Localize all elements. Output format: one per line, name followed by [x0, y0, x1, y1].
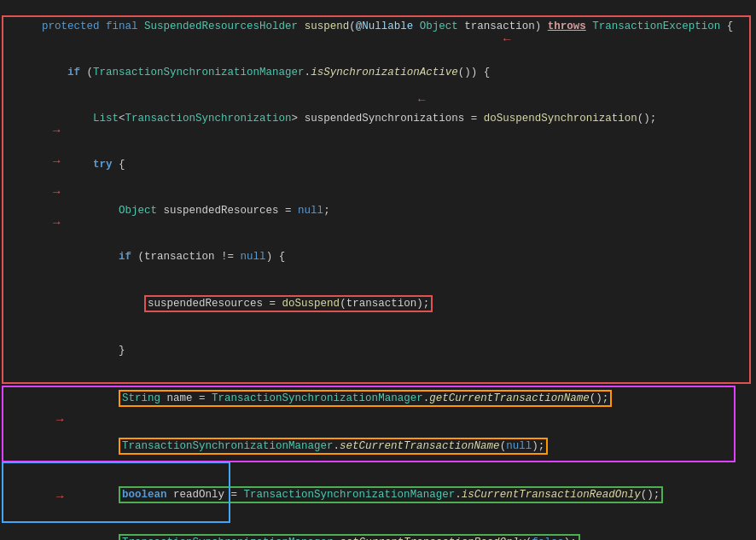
- line-4: try {: [0, 142, 756, 188]
- code-line: if (transaction != null) {: [3, 234, 285, 280]
- line-1: protected final SuspendedResourcesHolder…: [0, 3, 756, 49]
- line-10: TransactionSynchronizationManager.setCur…: [0, 422, 756, 470]
- code-line: List<TransactionSynchronization> suspend…: [3, 96, 656, 142]
- code-line: try {: [3, 142, 125, 188]
- line-7: suspendedResources = doSuspend(transacti…: [0, 280, 756, 328]
- arrow-line11: →: [53, 154, 60, 168]
- line-6: if (transaction != null) {: [0, 234, 756, 280]
- line-11: boolean readOnly = TransactionSynchroniz…: [0, 471, 756, 519]
- arrow-line13: →: [53, 185, 60, 199]
- line-9: String name = TransactionSynchronization…: [0, 375, 756, 422]
- line-12: TransactionSynchronizationManager.setCur…: [0, 519, 756, 540]
- arrow-line28: →: [56, 413, 63, 427]
- code-line: TransactionSynchronizationManager.setCur…: [3, 422, 548, 470]
- arrow-line15: →: [53, 216, 60, 229]
- code-line: suspendedResources = doSuspend(transacti…: [3, 280, 433, 328]
- code-line: if (TransactionSynchronizationManager.is…: [3, 49, 490, 96]
- arrow-line9: →: [53, 124, 60, 137]
- code-line: TransactionSynchronizationManager.setCur…: [3, 519, 580, 540]
- arrow-line7: ←: [418, 93, 425, 107]
- code-line: boolean readOnly = TransactionSynchroniz…: [3, 471, 663, 519]
- line-8: }: [0, 328, 756, 374]
- code-line: protected final SuspendedResourcesHolder…: [3, 3, 733, 49]
- code-view: protected final SuspendedResourcesHolder…: [0, 0, 756, 540]
- line-3: List<TransactionSynchronization> suspend…: [0, 96, 756, 142]
- line-2: if (TransactionSynchronizationManager.is…: [0, 49, 756, 96]
- code-line: }: [3, 328, 125, 374]
- code-line: String name = TransactionSynchronization…: [3, 375, 612, 422]
- arrow-line33: →: [56, 490, 63, 503]
- arrow-line3: ←: [503, 32, 510, 46]
- line-5: Object suspendedResources = null;: [0, 188, 756, 234]
